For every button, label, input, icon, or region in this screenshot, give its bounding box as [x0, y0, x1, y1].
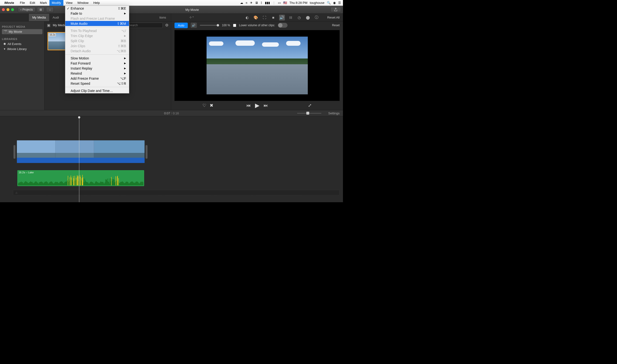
content-area: My Media Audi tions PROJECT MEDIA 🎬 My M… — [0, 14, 343, 110]
fullscreen-icon[interactable]: ⤢ — [308, 103, 312, 108]
menu-item-fast-forward[interactable]: Fast Forward▶ — [65, 61, 129, 66]
mute-button[interactable]: 🔊 — [191, 23, 197, 28]
video-viewer[interactable] — [175, 30, 340, 101]
menu-file[interactable]: File — [17, 0, 27, 6]
menu-item-detach-audio: Detach Audio⌥⌘B — [65, 48, 129, 53]
menu-item-reset-speed[interactable]: Reset Speed⌥⇧R — [65, 81, 129, 86]
sidebar: PROJECT MEDIA 🎬 My Movie LIBRARIES ✱ All… — [0, 21, 45, 110]
clapper-icon: 🎬 — [3, 30, 7, 33]
color-correction-icon[interactable]: 🎨 — [253, 15, 259, 20]
next-button[interactable]: ⏭ — [264, 103, 268, 108]
back-button[interactable]: ‹ Projects — [18, 7, 35, 12]
app-name[interactable]: iMovie — [4, 1, 14, 5]
download-button[interactable]: ↓ — [46, 7, 54, 12]
speed-icon[interactable]: ◷ — [296, 15, 302, 20]
modify-dropdown: ✓Enhance⇧⌘EFade to▶Flash and Freeze Last… — [65, 6, 129, 93]
stabilization-icon[interactable]: ■ — [270, 15, 276, 20]
wifi-icon[interactable]: ⋮ — [272, 1, 275, 5]
transport-controls: ♡ ✖ ⏮ ▶ ⏭ ⤢ — [171, 101, 343, 110]
play-button[interactable]: ▶ — [255, 102, 259, 109]
send-icon[interactable]: ✈ — [250, 1, 253, 5]
clip-filter-icon[interactable]: ⬤ — [305, 15, 311, 20]
star-icon: ✱ — [3, 42, 6, 46]
minimize-button[interactable] — [7, 8, 9, 11]
username[interactable]: toughouse — [310, 1, 324, 5]
wechat-icon[interactable]: ☁ — [240, 1, 243, 5]
menu-item-join-clips: Join Clips⇧⌘B — [65, 43, 129, 48]
import-button[interactable]: ⊞ — [37, 7, 45, 12]
menu-item-instant-replay[interactable]: Instant Replay▶ — [65, 66, 129, 71]
menu-item-enhance[interactable]: ✓Enhance⇧⌘E — [65, 6, 129, 11]
sidebar-all-events[interactable]: ✱ All Events — [2, 41, 42, 46]
spotlight-icon[interactable]: 🔍 — [327, 1, 331, 5]
menu-item-split-clip: Split Clip⌘B — [65, 38, 129, 43]
music-track[interactable]: ♫ — [13, 190, 340, 195]
menu-view[interactable]: View — [63, 0, 75, 6]
viewer-panel: ✧⁺ ◐ 🎨 ⛶ ■ 🔊 ⦀⦀ ◷ ⬤ ⓘ Reset All Auto 🔊 1… — [171, 14, 343, 110]
tab-audio[interactable]: Audi — [49, 14, 62, 21]
battery2-icon[interactable]: ▭ — [278, 1, 281, 5]
siri-icon[interactable]: ◉ — [333, 1, 336, 5]
timeline-header: 0:07 / 0:16 Settings — [0, 110, 343, 116]
audio-track-clip[interactable]: 16.2s – Lake — [17, 170, 144, 186]
tab-my-media[interactable]: My Media — [29, 14, 49, 21]
magic-wand-icon[interactable]: ✧⁺ — [189, 15, 194, 20]
share-button[interactable] — [330, 7, 341, 12]
color-balance-icon[interactable]: ◐ — [244, 15, 250, 20]
ducking-toggle[interactable] — [278, 23, 288, 28]
menu-edit[interactable]: Edit — [27, 0, 37, 6]
playhead[interactable] — [79, 116, 79, 202]
prev-button[interactable]: ⏮ — [246, 103, 251, 108]
layout-icon[interactable]: ▣ — [47, 23, 50, 27]
menu-item-mute-audio[interactable]: Mute Audio⇧⌘M — [65, 21, 129, 26]
close-button[interactable] — [2, 8, 5, 11]
battery-icon[interactable]: ▮▮▮ — [265, 1, 270, 5]
menu-mark[interactable]: Mark — [38, 0, 49, 6]
favorite-icon[interactable]: ♡ — [203, 103, 206, 108]
menu-help[interactable]: Help — [91, 0, 102, 6]
disclosure-icon: ▼ — [3, 48, 6, 50]
timeline[interactable]: 16.2s – Lake ♫ — [0, 116, 343, 202]
menu-item-rewind[interactable]: Rewind▶ — [65, 71, 129, 76]
reset-all-button[interactable]: Reset All — [327, 16, 340, 19]
display-icon[interactable]: 🖥 — [255, 1, 258, 5]
volume-percent: 100 % — [222, 24, 230, 27]
reject-icon[interactable]: ✖ — [210, 103, 213, 108]
volume-slider[interactable] — [200, 25, 219, 26]
flag-icon[interactable]: 🇺🇸 — [283, 1, 287, 5]
menu-item-slow-motion[interactable]: Slow Motion▶ — [65, 56, 129, 61]
libraries-header: LIBRARIES — [2, 38, 42, 40]
sidebar-all-events-label: All Events — [7, 42, 21, 46]
lower-volume-checkbox[interactable] — [233, 24, 236, 27]
search-input[interactable] — [126, 23, 163, 28]
menu-window[interactable]: Window — [75, 0, 91, 6]
viewer-tools: ✧⁺ ◐ 🎨 ⛶ ■ 🔊 ⦀⦀ ◷ ⬤ ⓘ Reset All — [171, 14, 343, 21]
notification-icon[interactable]: ☰ — [338, 1, 341, 5]
gear-icon[interactable]: ⚙ — [165, 23, 168, 27]
menu-item-flash-and-freeze-last-frame: Flash and Freeze Last Frame — [65, 16, 129, 21]
clip-handle-left[interactable] — [14, 145, 15, 159]
menu-item-add-freeze-frame[interactable]: Add Freeze Frame⌥F — [65, 76, 129, 81]
video-track-clip[interactable] — [17, 140, 145, 163]
sidebar-library[interactable]: ▼ iMovie Library — [2, 46, 42, 52]
reset-button[interactable]: Reset — [332, 24, 340, 27]
menu-item-adjust-clip-date-and-time-[interactable]: Adjust Clip Date and Time… — [65, 88, 129, 93]
timeline-settings-button[interactable]: Settings — [328, 111, 340, 115]
search-icon[interactable]: ⍟ — [246, 1, 247, 5]
noise-reduction-icon[interactable]: ⦀⦀ — [288, 15, 294, 20]
tab-transitions[interactable]: tions — [156, 14, 171, 21]
menu-item-fade-to[interactable]: Fade to▶ — [65, 11, 129, 16]
time-current: 0:07 — [164, 111, 170, 115]
clock[interactable]: Thu 8:28 PM — [289, 1, 307, 5]
volume-controls: Auto 🔊 100 % Lower volume of other clips… — [171, 21, 343, 29]
info-icon[interactable]: ⓘ — [314, 15, 320, 20]
crop-icon[interactable]: ⛶ — [262, 15, 268, 20]
zoom-slider[interactable] — [297, 113, 321, 114]
volume-icon[interactable]: 🔊 — [279, 15, 285, 20]
zoom-button[interactable] — [11, 8, 14, 11]
menu-modify[interactable]: Modify — [49, 0, 63, 6]
sidebar-project[interactable]: 🎬 My Movie — [2, 29, 42, 34]
auto-button[interactable]: Auto — [175, 23, 188, 28]
clip-handle-right[interactable] — [146, 145, 148, 159]
bluetooth-icon[interactable]: ᛒ — [261, 1, 262, 5]
